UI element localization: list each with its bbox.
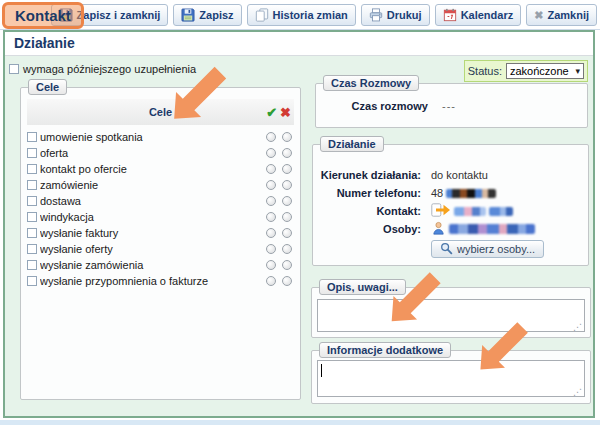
contact-row: Kontakt: [313,202,588,220]
direction-row: Kierunek działania: do kontaktu [313,166,588,184]
content-panel: Działanie wymaga późniejszego uzupełnien… [3,30,595,418]
save-and-close-label: Zapisz i zamknij [77,9,161,21]
goal-yes-radio[interactable] [266,148,276,158]
goal-yes-radio[interactable] [266,244,276,254]
goal-no-radio[interactable] [282,260,292,270]
goal-yes-radio[interactable] [266,228,276,238]
goal-radios [266,196,292,206]
goal-no-radio[interactable] [282,244,292,254]
goal-no-radio[interactable] [282,228,292,238]
chevron-down-icon: ▾ [575,66,580,76]
goal-radios [266,276,292,286]
annotation-arrow [469,315,539,377]
goal-checkbox[interactable] [27,148,37,158]
goal-no-radio[interactable] [282,164,292,174]
page-title: Działanie [14,35,75,51]
goals-list: umowienie spotkania oferta kontakt po of… [27,129,294,289]
goals-header-icons: ✔ ✖ [266,99,291,125]
call-time-legend: Czas Rozmowy [323,75,419,91]
goal-checkbox[interactable] [27,132,37,142]
phone-prefix: 48 [431,187,443,199]
status-label: Status: [468,65,502,77]
status-value: zakończone [510,65,569,77]
goals-column-title: Cele [27,99,294,125]
followup-checkbox[interactable] [9,64,19,74]
call-time-value: --- [442,100,456,112]
goal-no-radio[interactable] [282,196,292,206]
goal-yes-radio[interactable] [266,276,276,286]
choose-persons-row: wybierz osoby... [431,240,588,259]
search-icon [440,242,453,257]
goal-yes-radio[interactable] [266,164,276,174]
print-button[interactable]: Drukuj [361,4,430,26]
goal-checkbox[interactable] [27,260,37,270]
goal-yes-radio[interactable] [266,196,276,206]
call-time-fieldset: Czas Rozmowy Czas rozmowy --- [315,83,588,128]
goal-no-radio[interactable] [282,212,292,222]
goal-checkbox[interactable] [27,164,37,174]
toolbar-buttons: Zapisz i zamknij Zapisz Historia zmian D… [51,4,597,26]
save-button[interactable]: Zapisz [173,4,241,26]
status-box: Status: zakończone ▾ [464,60,588,82]
resize-grip-icon[interactable]: ⋰ [573,387,582,397]
persons-value [431,221,535,237]
goal-radios [266,212,292,222]
close-icon: ✖ [534,9,543,22]
goal-checkbox[interactable] [27,196,37,206]
goal-yes-radio[interactable] [266,180,276,190]
goal-no-radio[interactable] [282,180,292,190]
status-select[interactable]: zakończone ▾ [506,63,584,79]
goal-radios [266,164,292,174]
goal-row: wysłanie faktury [27,225,294,241]
goal-yes-radio[interactable] [266,260,276,270]
close-button[interactable]: ✖ Zamknij [526,4,597,26]
goal-no-radio[interactable] [282,276,292,286]
goal-checkbox[interactable] [27,244,37,254]
history-icon [255,8,269,22]
redacted-contact-name [489,207,513,216]
phone-value: 48 [431,187,496,199]
goal-radios [266,148,292,158]
goal-label: oferta [40,147,263,159]
direction-label: Kierunek działania: [313,169,421,181]
resize-grip-icon[interactable]: ⋰ [573,322,582,332]
person-icon [431,221,446,237]
open-contact-icon[interactable] [431,203,451,219]
goal-yes-radio[interactable] [266,132,276,142]
goal-checkbox[interactable] [27,228,37,238]
choose-persons-button[interactable]: wybierz osoby... [431,240,544,258]
goals-table: Cele ✔ ✖ umowienie spotkania oferta kont… [27,99,294,289]
goal-label: wysłanie zamówienia [40,259,263,271]
goal-checkbox[interactable] [27,276,37,286]
goal-yes-radio[interactable] [266,212,276,222]
goal-label: umowienie spotkania [40,131,263,143]
calendar-button[interactable]: Kalendarz [435,4,522,26]
goal-row: dostawa [27,193,294,209]
goal-radios [266,228,292,238]
goal-checkbox[interactable] [27,212,37,222]
annotation-arrow [380,265,452,329]
goal-row: zamówienie [27,177,294,193]
goal-row: wysłanie oferty [27,241,294,257]
goal-no-radio[interactable] [282,148,292,158]
annotation-arrow [162,59,238,127]
save-icon [181,8,195,22]
goal-no-radio[interactable] [282,132,292,142]
goal-radios [266,244,292,254]
additional-info-textarea[interactable]: ⋰ [317,360,585,397]
activity-fieldset: Działanie Kierunek działania: do kontakt… [312,144,589,266]
persons-label: Osoby: [313,223,421,235]
phone-label: Numer telefonu: [313,187,421,199]
window-title-highlight: Kontakt [2,2,84,29]
goal-checkbox[interactable] [27,180,37,190]
check-icon: ✔ [266,105,277,120]
calendar-icon [443,8,457,22]
goal-row: kontakt po ofercie [27,161,294,177]
change-history-button[interactable]: Historia zmian [247,4,356,26]
goals-legend: Cele [28,79,67,95]
goal-row: windykacja [27,209,294,225]
goals-fieldset: Cele Cele ✔ ✖ umowienie spotkania oferta [20,87,301,400]
call-time-label: Czas rozmowy [316,100,428,112]
goal-label: dostawa [40,195,263,207]
goal-radios [266,260,292,270]
